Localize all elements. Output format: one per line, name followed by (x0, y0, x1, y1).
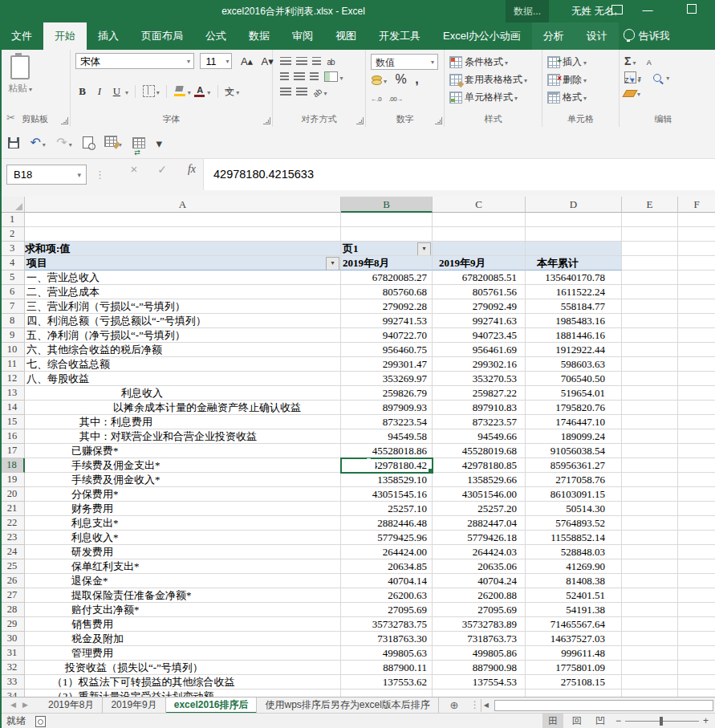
cell-label[interactable]: 财务费用 (25, 502, 341, 516)
cell-value-total[interactable]: 2717058.76 (526, 473, 622, 487)
cell-empty-f[interactable] (678, 632, 715, 646)
row-header[interactable]: 15 (0, 415, 25, 429)
cell-empty-e[interactable] (622, 646, 678, 661)
row-header[interactable]: 14 (0, 401, 25, 415)
format-table-quick-button[interactable]: ▾ (104, 127, 122, 161)
cell-value-aug[interactable]: 67820085.27 (341, 270, 433, 285)
row-header[interactable]: 17 (0, 444, 25, 458)
cell-label[interactable]: 手续费及佣金支出* (25, 458, 341, 473)
cell-empty-f[interactable] (678, 559, 715, 574)
cell-label[interactable]: 分保费用* (25, 487, 341, 502)
cell-value-sep[interactable]: 940723.45 (433, 328, 526, 343)
row-header[interactable]: 12 (0, 372, 25, 386)
cell-value-total[interactable] (526, 227, 622, 242)
row-header[interactable]: 22 (0, 516, 25, 531)
cell-label[interactable]: 七、综合收益总额 (25, 357, 341, 372)
cell-empty-f[interactable] (678, 516, 715, 531)
cell-value-aug[interactable]: 264424.00 (341, 545, 433, 559)
cell-empty-e[interactable] (622, 328, 678, 343)
cell-value-total[interactable]: 1611522.24 (526, 285, 622, 299)
row-header[interactable]: 8 (0, 314, 25, 328)
cell-value-sep[interactable]: 42978180.85 (433, 458, 526, 473)
cell-empty-e[interactable] (622, 357, 678, 372)
cell-empty-e[interactable] (622, 213, 678, 227)
col-header-a[interactable]: A (25, 197, 341, 213)
cell-empty-e[interactable] (622, 516, 678, 531)
cell-label[interactable]: 投资收益（损失以“-”号填列） (25, 661, 341, 675)
cell-value-aug[interactable]: 26200.63 (341, 588, 433, 603)
cell-empty-e[interactable] (622, 531, 678, 545)
cell-label[interactable]: 退保金* (25, 574, 341, 588)
cell-empty-e[interactable] (622, 314, 678, 328)
bold-button[interactable]: B (75, 81, 89, 102)
col-header-c[interactable]: C (433, 197, 526, 213)
cell-value-sep[interactable]: 897910.83 (433, 401, 526, 415)
borders-button[interactable] (143, 85, 155, 97)
shrink-font-button[interactable]: A▾ (262, 55, 274, 67)
cell-value-total[interactable]: 1795820.76 (526, 401, 622, 415)
customize-qat-button[interactable]: ▾ (156, 128, 163, 161)
cell-value-total[interactable]: 50514.30 (526, 502, 622, 516)
cell-empty-f[interactable] (678, 689, 715, 697)
cell-value-aug[interactable]: 279092.28 (341, 299, 433, 314)
cell-value-total[interactable]: 1746447.10 (526, 415, 622, 429)
row-header[interactable]: 23 (0, 531, 25, 545)
cell-empty-e[interactable] (622, 343, 678, 357)
cell-empty-e[interactable] (622, 429, 678, 444)
cell-value-total[interactable]: 71465567.64 (526, 617, 622, 632)
cell-value-sep[interactable]: 67820085.51 (433, 270, 526, 285)
insert-function-button[interactable]: fx (178, 159, 205, 181)
cell-empty-e[interactable] (622, 386, 678, 401)
normal-view-button[interactable]: 田 (542, 714, 563, 728)
cell-empty-f[interactable] (678, 299, 715, 314)
row-filter-button[interactable]: ▾ (326, 257, 339, 270)
cell-label[interactable]: 研发费用 (25, 545, 341, 559)
cell-value-aug[interactable]: 873223.54 (341, 415, 433, 429)
cell-value-sep[interactable] (433, 227, 526, 242)
cell-empty-f[interactable] (678, 487, 715, 502)
cell-value-sep[interactable]: 45528019.68 (433, 444, 526, 458)
cell-value-aug[interactable]: 94549.58 (341, 429, 433, 444)
cell-empty-f[interactable] (678, 675, 715, 689)
row-header[interactable]: 16 (0, 429, 25, 444)
cell-value-aug[interactable]: 992741.53 (341, 314, 433, 328)
cell-empty-f[interactable] (678, 661, 715, 675)
cell-label[interactable]: 以摊余成本计量的金融资产终止确认收益 (25, 401, 341, 415)
row-header[interactable]: 2 (0, 227, 25, 242)
phonetic-guide-button[interactable]: 文 (225, 86, 234, 97)
cell-empty-e[interactable] (622, 574, 678, 588)
minimize-button[interactable]: — (634, 0, 661, 22)
cell-value-total[interactable]: 598603.63 (526, 357, 622, 372)
cell-empty-f[interactable] (678, 357, 715, 372)
cell-value-aug[interactable]: 45528018.86 (341, 444, 433, 458)
cell-value-aug[interactable]: 887900.11 (341, 661, 433, 675)
cell-empty-f[interactable] (678, 646, 715, 661)
cell-value-total[interactable]: 91056038.54 (526, 444, 622, 458)
autosum-button[interactable]: Σ (624, 55, 631, 67)
cell-value-sep[interactable]: 279092.49 (433, 299, 526, 314)
cell-value-sep[interactable]: 2882447.04 (433, 516, 526, 531)
cell-d4[interactable]: 本年累计 (526, 256, 622, 270)
save-button[interactable] (8, 128, 19, 161)
cell-empty-e[interactable] (622, 415, 678, 429)
cell-value-aug[interactable]: 1358529.10 (341, 473, 433, 487)
cell-value-aug[interactable]: 7318763.30 (341, 632, 433, 646)
percent-button[interactable]: % (395, 72, 406, 86)
cell-value-aug[interactable]: 40704.14 (341, 574, 433, 588)
cell-empty-e[interactable] (622, 270, 678, 285)
row-header[interactable]: 10 (0, 343, 25, 357)
merge-center-button[interactable] (324, 71, 338, 82)
tab-design[interactable]: 设计 (575, 22, 619, 50)
cell-empty-f[interactable] (678, 213, 715, 227)
sheet-tab-sorted[interactable]: excel2016排序后 (166, 697, 258, 714)
cell-value-total[interactable]: 558184.77 (526, 299, 622, 314)
row-header[interactable]: 7 (0, 299, 25, 314)
orientation-button[interactable]: ab (310, 84, 327, 102)
cell-label[interactable]: 管理费用 (25, 646, 341, 661)
cell-value-total[interactable]: 41269.90 (526, 559, 622, 574)
cell-value-sep[interactable]: 43051546.00 (433, 487, 526, 502)
cell-label[interactable]: 一、营业总收入 (25, 270, 341, 285)
tab-file[interactable]: 文件 (0, 22, 43, 50)
cell-label[interactable]: （1）权益法下可转损益的其他综合收益 (25, 675, 341, 689)
cell-value-sep[interactable] (433, 689, 526, 697)
